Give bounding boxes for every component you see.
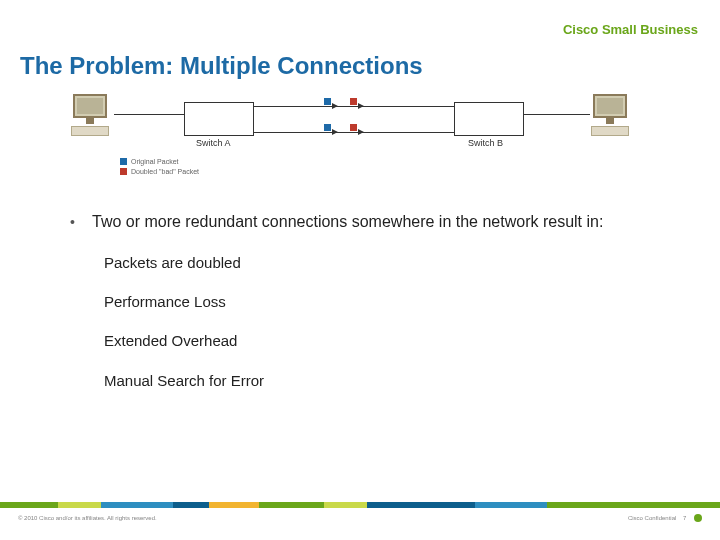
arrow-icon [358, 129, 364, 135]
slide-title: The Problem: Multiple Connections [20, 52, 423, 80]
legend-doubled-label: Doubled "bad" Packet [131, 168, 199, 175]
sub-bullet: Performance Loss [104, 290, 680, 313]
arrow-icon [358, 103, 364, 109]
brand-label: Cisco Small Business [563, 22, 698, 37]
content-area: • Two or more redundant connections some… [70, 210, 680, 408]
arrow-icon [332, 129, 338, 135]
diagram-legend: Original Packet Doubled "bad" Packet [120, 156, 199, 176]
footer-copyright: © 2010 Cisco and/or its affiliates. All … [18, 515, 157, 521]
switch-a-label: Switch A [196, 138, 231, 148]
pc-left-icon [70, 94, 110, 136]
sub-bullet: Manual Search for Error [104, 369, 680, 392]
page-number: 7 [683, 515, 686, 521]
sub-bullet: Extended Overhead [104, 329, 680, 352]
switch-b-icon [454, 102, 524, 136]
bullet-icon: • [70, 210, 80, 235]
sub-bullet: Packets are doubled [104, 251, 680, 274]
page-dot-icon [694, 514, 702, 522]
pc-right-icon [590, 94, 630, 136]
packet-original-icon [324, 98, 331, 105]
redundant-link-bottom [254, 132, 454, 133]
link-line [524, 114, 590, 115]
footer: © 2010 Cisco and/or its affiliates. All … [0, 502, 720, 540]
bullet-main: Two or more redundant connections somewh… [92, 210, 603, 235]
arrow-icon [332, 103, 338, 109]
redundant-link-top [254, 106, 454, 107]
link-line [114, 114, 184, 115]
legend-original-label: Original Packet [131, 158, 178, 165]
packet-original-icon [324, 124, 331, 131]
switch-b-label: Switch B [468, 138, 503, 148]
network-diagram: Switch A Switch B Original Packet Double… [70, 92, 630, 180]
switch-a-icon [184, 102, 254, 136]
legend-swatch-blue [120, 158, 127, 165]
legend-swatch-red [120, 168, 127, 175]
footer-confidential: Cisco Confidential [628, 515, 676, 521]
packet-doubled-icon [350, 98, 357, 105]
packet-doubled-icon [350, 124, 357, 131]
footer-stripe [0, 502, 720, 508]
